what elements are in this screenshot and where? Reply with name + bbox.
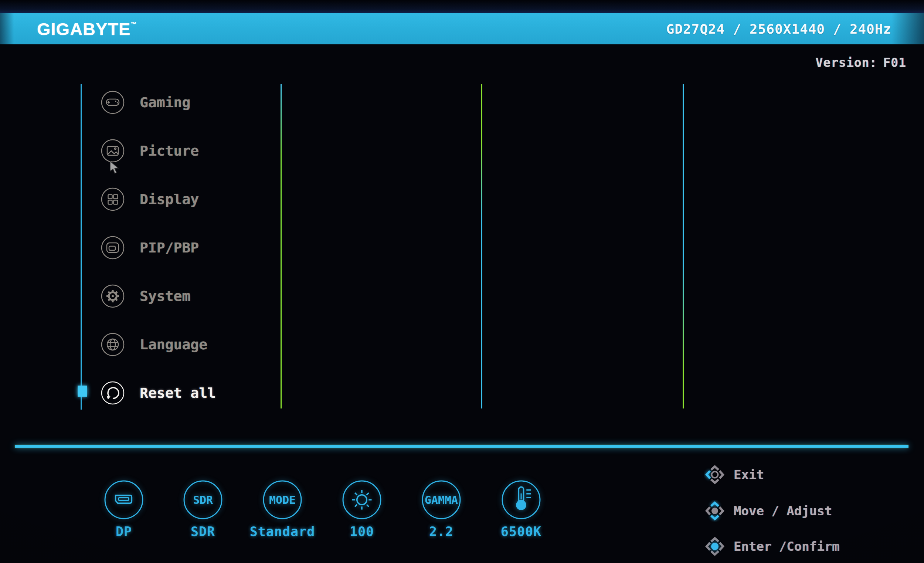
sidebar-item-label: Display — [140, 191, 199, 207]
brand-logo: GIGABYTE™ — [37, 19, 137, 39]
sidebar-item-pip-pbp[interactable]: PIP/PBP — [100, 236, 216, 260]
sidebar-item-reset-all[interactable]: Reset all — [100, 381, 216, 405]
sdr-badge-icon: SDR — [183, 480, 223, 520]
reset-icon — [100, 381, 125, 405]
sidebar-item-system[interactable]: System — [100, 284, 216, 308]
status-hdr-mode: SDR SDR — [162, 480, 244, 539]
sidebar-item-label: Language — [140, 336, 207, 353]
status-value: SDR — [162, 524, 244, 539]
divider-line — [682, 84, 684, 408]
brand-text: GIGABYTE — [37, 19, 130, 39]
picture-icon — [100, 139, 125, 163]
status-gamma: GAMMA 2.2 — [400, 480, 482, 539]
globe-icon — [100, 332, 125, 357]
gamma-badge-icon: GAMMA — [422, 480, 461, 520]
legend-label: Move / Adjust — [734, 503, 832, 518]
mode-badge-icon: MODE — [262, 480, 302, 520]
status-value: 2.2 — [400, 524, 482, 539]
joystick-up-down-icon — [704, 500, 726, 522]
sidebar-item-label: Picture — [140, 143, 199, 159]
separator-slash: / — [733, 21, 741, 37]
brightness-icon — [342, 480, 382, 520]
badge-text: SDR — [183, 480, 223, 520]
version-value: F01 — [883, 56, 906, 70]
joystick-left-icon — [704, 464, 726, 485]
badge-text: GAMMA — [422, 480, 461, 520]
status-input-source: DP — [83, 480, 165, 539]
mouse-cursor — [110, 161, 120, 176]
title-bar: GIGABYTE™ GD27Q24 / 2560X1440 / 240Hz — [0, 13, 924, 44]
legend-move-adjust: Move / Adjust — [704, 500, 832, 522]
trademark-mark: ™ — [130, 21, 137, 27]
sidebar-scroll-thumb[interactable] — [78, 386, 87, 397]
status-value: 100 — [321, 524, 402, 539]
pip-icon — [100, 236, 125, 260]
sidebar-item-picture[interactable]: Picture — [100, 139, 216, 163]
firmware-version: Version: F01 — [815, 56, 906, 70]
model-name: GD27Q24 — [666, 21, 725, 37]
monitor-osd-screen: GIGABYTE™ GD27Q24 / 2560X1440 / 240Hz Ve… — [0, 0, 924, 563]
sidebar-item-label: Reset all — [140, 385, 216, 401]
displayport-icon — [104, 480, 144, 520]
sidebar-item-display[interactable]: Display — [100, 187, 216, 212]
badge-text: MODE — [262, 480, 302, 520]
refresh-rate-text: 240Hz — [850, 21, 891, 37]
top-strip — [0, 0, 924, 13]
gear-icon — [100, 284, 125, 308]
color-temperature-icon — [501, 480, 541, 520]
joystick-press-icon — [704, 536, 726, 557]
resolution-text: 2560X1440 — [750, 21, 825, 37]
separator-slash: / — [833, 21, 842, 37]
sidebar-item-label: System — [140, 288, 190, 304]
status-value: 6500K — [480, 524, 562, 539]
legend-enter-confirm: Enter /Confirm — [704, 536, 840, 557]
status-picture-mode: MODE Standard — [242, 480, 323, 539]
sidebar-item-language[interactable]: Language — [100, 332, 216, 357]
status-color-temperature: 6500K — [480, 480, 562, 539]
sidebar-scroll-track — [81, 84, 82, 410]
legend-label: Exit — [734, 467, 764, 482]
sidebar-item-label: Gaming — [140, 94, 190, 111]
legend-exit: Exit — [704, 464, 764, 485]
divider-line — [481, 84, 482, 408]
sidebar-menu: Gaming Picture — [100, 90, 216, 429]
gamepad-icon — [100, 90, 125, 115]
version-label: Version: — [815, 56, 877, 70]
status-brightness: 100 — [321, 480, 402, 539]
sidebar-item-gaming[interactable]: Gaming — [100, 90, 216, 115]
status-value: Standard — [242, 524, 323, 539]
divider-line — [280, 84, 282, 408]
status-value: DP — [83, 524, 165, 539]
legend-label: Enter /Confirm — [734, 539, 840, 554]
sidebar-item-label: PIP/PBP — [140, 240, 199, 256]
bottom-separator-line — [15, 445, 909, 448]
grid-icon — [100, 187, 125, 212]
model-info: GD27Q24 / 2560X1440 / 240Hz — [666, 21, 891, 37]
